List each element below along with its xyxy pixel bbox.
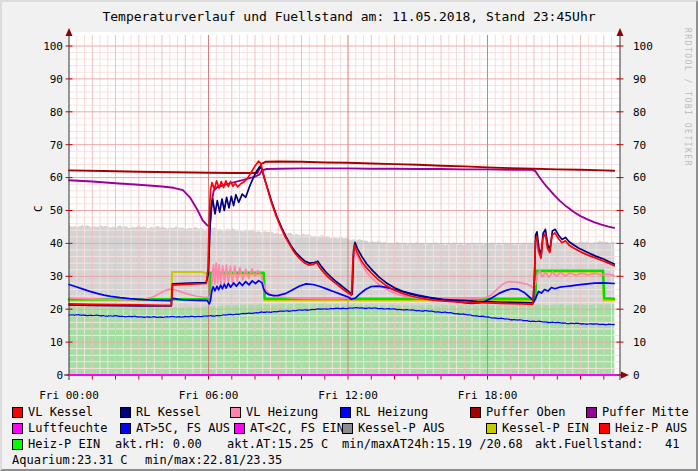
legend-swatch-rl-heizung (340, 407, 351, 418)
svg-text:60: 60 (50, 171, 63, 184)
legend-label-at-lt2: AT<2C, FS EIN (250, 422, 344, 434)
svg-text:0: 0 (56, 369, 63, 382)
legend-label-kessel-p-aus: Kessel-P AUS (358, 422, 445, 434)
legend-item-akt-at: akt.AT:15.25 C (227, 438, 328, 450)
legend-item-puffer-mitte: Puffer Mitte (586, 406, 689, 418)
svg-text:0: 0 (633, 369, 640, 382)
legend-item-vl-kessel: VL Kessel (12, 406, 93, 418)
svg-text:Fri 12:00: Fri 12:00 (318, 389, 378, 402)
legend-swatch-puffer-oben (470, 407, 481, 418)
legend-label-heiz-p-aus: Heiz-P AUS (615, 422, 687, 434)
legend-item-aquarium: Aquarium:23.31 C (12, 454, 128, 466)
legend-item-aquarium-minmax: min/max:22.81/23.35 (145, 454, 282, 466)
legend-swatch-at-lt2 (234, 423, 245, 434)
legend-label-akt-at: akt.AT:15.25 C (227, 438, 328, 450)
legend-item-puffer-oben: Puffer Oben (470, 406, 565, 418)
legend-swatch-heiz-p-ein (12, 439, 23, 450)
svg-text:20: 20 (50, 303, 63, 316)
legend-item-luftfeuchte: Luftfeuchte (12, 422, 107, 434)
legend-item-minmax-at: min/maxAT24h:15.19 /20.68 (342, 438, 523, 450)
legend-item-akt-fuellstand: akt.Fuellstand: 41 (535, 438, 680, 450)
legend-label-heiz-p-ein: Heiz-P EIN (28, 438, 100, 450)
legend-item-heiz-p-aus: Heiz-P AUS (599, 422, 687, 434)
legend-item-rl-kessel: RL Kessel (120, 406, 201, 418)
legend-item-heiz-p-ein: Heiz-P EIN (12, 438, 100, 450)
legend-label-puffer-oben: Puffer Oben (486, 406, 565, 418)
legend-swatch-vl-heizung (230, 407, 241, 418)
legend-label-aquarium: Aquarium:23.31 C (12, 454, 128, 466)
legend-swatch-at-gt5 (120, 423, 131, 434)
legend-label-aquarium-minmax: min/max:22.81/23.35 (145, 454, 282, 466)
legend-swatch-kessel-p-aus (342, 423, 353, 434)
svg-text:100: 100 (633, 40, 653, 53)
legend-item-kessel-p-ein: Kessel-P EIN (486, 422, 589, 434)
legend-swatch-rl-kessel (120, 407, 131, 418)
svg-text:30: 30 (50, 270, 63, 283)
legend-swatch-luftfeuchte (12, 423, 23, 434)
legend-label-rl-kessel: RL Kessel (136, 406, 201, 418)
legend-item-at-lt2: AT<2C, FS EIN (234, 422, 344, 434)
svg-text:90: 90 (50, 73, 63, 86)
legend-swatch-kessel-p-ein (486, 423, 497, 434)
svg-text:100: 100 (43, 40, 63, 53)
legend-label-puffer-mitte: Puffer Mitte (602, 406, 689, 418)
svg-text:20: 20 (633, 303, 646, 316)
svg-text:10: 10 (633, 336, 646, 349)
legend-label-rl-heizung: RL Heizung (356, 406, 428, 418)
legend-label-vl-heizung: VL Heizung (246, 406, 318, 418)
legend-swatch-vl-kessel (12, 407, 23, 418)
svg-text:80: 80 (50, 106, 63, 119)
svg-text:50: 50 (50, 204, 63, 217)
legend-label-at-gt5: AT>5C, FS AUS (136, 422, 230, 434)
svg-text:30: 30 (633, 270, 646, 283)
legend-item-rl-heizung: RL Heizung (340, 406, 428, 418)
legend-swatch-heiz-p-aus (599, 423, 610, 434)
chart-canvas: 0010102020303040405050606070708080909010… (2, 2, 698, 471)
svg-text:70: 70 (633, 139, 646, 152)
svg-text:60: 60 (633, 171, 646, 184)
legend-label-kessel-p-ein: Kessel-P EIN (502, 422, 589, 434)
legend-item-akt-rh: akt.rH: 0.00 (115, 438, 202, 450)
svg-text:50: 50 (633, 204, 646, 217)
svg-text:Fri 06:00: Fri 06:00 (179, 389, 239, 402)
svg-text:40: 40 (50, 237, 63, 250)
rrdtool-graph: Temperaturverlauf und Fuellstand am: 11.… (0, 0, 698, 471)
svg-text:70: 70 (50, 139, 63, 152)
svg-text:90: 90 (633, 73, 646, 86)
legend-label-akt-fuellstand: akt.Fuellstand: 41 (535, 438, 680, 450)
legend-label-vl-kessel: VL Kessel (28, 406, 93, 418)
legend-label-minmax-at: min/maxAT24h:15.19 /20.68 (342, 438, 523, 450)
legend-item-vl-heizung: VL Heizung (230, 406, 318, 418)
svg-text:80: 80 (633, 106, 646, 119)
svg-text:Fri 18:00: Fri 18:00 (458, 389, 518, 402)
legend-label-akt-rh: akt.rH: 0.00 (115, 438, 202, 450)
legend-item-kessel-p-aus: Kessel-P AUS (342, 422, 445, 434)
legend-swatch-puffer-mitte (586, 407, 597, 418)
legend-item-at-gt5: AT>5C, FS AUS (120, 422, 230, 434)
svg-text:Fri 00:00: Fri 00:00 (39, 389, 99, 402)
svg-text:40: 40 (633, 237, 646, 250)
svg-text:10: 10 (50, 336, 63, 349)
legend-label-luftfeuchte: Luftfeuchte (28, 422, 107, 434)
